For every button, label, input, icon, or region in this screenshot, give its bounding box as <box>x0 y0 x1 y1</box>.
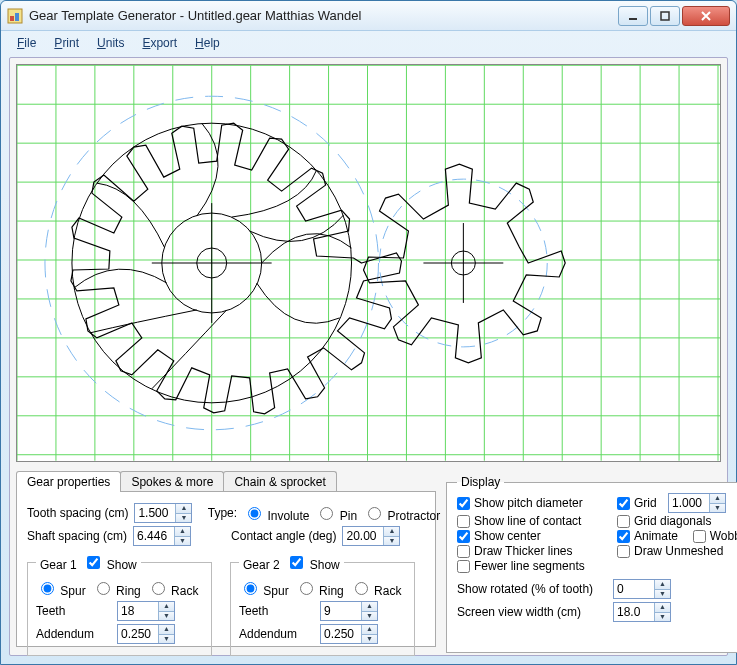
cb-unmeshed[interactable]: Draw Unmeshed <box>617 544 737 558</box>
screen-width-label: Screen view width (cm) <box>457 605 607 619</box>
gear2-teeth-label: Teeth <box>239 604 314 618</box>
gear1-rack[interactable]: Rack <box>147 579 199 598</box>
bottom-panel: Gear properties Spokes & more Chain & sp… <box>16 471 721 649</box>
gear2-ring[interactable]: Ring <box>295 579 344 598</box>
gear1-ring[interactable]: Ring <box>92 579 141 598</box>
menubar: File Print Units Export Help <box>1 31 736 55</box>
tab-chain[interactable]: Chain & sprocket <box>223 471 336 492</box>
shaft-spacing-input[interactable]: ▲▼ <box>133 526 191 546</box>
grid-input[interactable]: ▲▼ <box>668 493 726 513</box>
app-icon <box>7 8 23 24</box>
window-title: Gear Template Generator - Untitled.gear … <box>29 8 618 23</box>
cb-thicker[interactable]: Draw Thicker lines <box>457 544 607 558</box>
menu-export[interactable]: Export <box>142 36 177 50</box>
type-involute[interactable]: Involute <box>243 504 309 523</box>
cb-diag[interactable]: Grid diagonals <box>617 514 737 528</box>
gear1-addendum-input[interactable]: ▲▼ <box>117 624 175 644</box>
gear2-addendum-input[interactable]: ▲▼ <box>320 624 378 644</box>
cb-grid[interactable]: Grid <box>617 496 657 510</box>
cb-center[interactable]: Show center <box>457 529 607 543</box>
tab-body: Tooth spacing (cm) ▲▼ Type: Involute Pin… <box>16 491 436 647</box>
type-pin[interactable]: Pin <box>315 504 357 523</box>
type-protractor[interactable]: Protractor <box>363 504 440 523</box>
client-area: Gear properties Spokes & more Chain & sp… <box>9 57 728 656</box>
gear1-spur[interactable]: Spur <box>36 579 86 598</box>
svg-rect-1 <box>10 16 14 21</box>
screen-width-input[interactable]: ▲▼ <box>613 602 671 622</box>
tab-spokes[interactable]: Spokes & more <box>120 471 224 492</box>
contact-angle-label: Contact angle (deg) <box>231 529 336 543</box>
svg-rect-2 <box>15 13 19 21</box>
app-window: Gear Template Generator - Untitled.gear … <box>0 0 737 665</box>
type-label: Type: <box>208 506 237 520</box>
gear2-group: Gear 2 Show Spur Ring Rack Teeth▲▼ Adden… <box>230 553 415 656</box>
menu-file[interactable]: File <box>17 36 36 50</box>
display-title: Display <box>457 475 504 489</box>
gear2-rack[interactable]: Rack <box>350 579 402 598</box>
tooth-spacing-input[interactable]: ▲▼ <box>134 503 192 523</box>
gear1-group: Gear 1 Show Spur Ring Rack Teeth▲▼ Adden… <box>27 553 212 656</box>
menu-print[interactable]: Print <box>54 36 79 50</box>
cb-contact[interactable]: Show line of contact <box>457 514 607 528</box>
cb-fewer[interactable]: Fewer line segments <box>457 559 607 573</box>
gear2-show[interactable]: Show <box>286 558 339 572</box>
minimize-button[interactable] <box>618 6 648 26</box>
maximize-button[interactable] <box>650 6 680 26</box>
tab-gear-properties[interactable]: Gear properties <box>16 471 121 492</box>
gear1-show[interactable]: Show <box>83 558 136 572</box>
cb-pitch[interactable]: Show pitch diameter <box>457 493 607 513</box>
svg-rect-4 <box>661 12 669 20</box>
cb-wobbly[interactable]: Wobbly <box>693 529 737 543</box>
contact-angle-input[interactable]: ▲▼ <box>342 526 400 546</box>
tooth-spacing-label: Tooth spacing (cm) <box>27 506 128 520</box>
menu-help[interactable]: Help <box>195 36 220 50</box>
menu-units[interactable]: Units <box>97 36 124 50</box>
gear2-spur[interactable]: Spur <box>239 579 289 598</box>
titlebar[interactable]: Gear Template Generator - Untitled.gear … <box>1 1 736 31</box>
rotated-input[interactable]: ▲▼ <box>613 579 671 599</box>
gear2-teeth-input[interactable]: ▲▼ <box>320 601 378 621</box>
grid <box>17 65 720 460</box>
gear1-teeth-label: Teeth <box>36 604 111 618</box>
shaft-spacing-label: Shaft spacing (cm) <box>27 529 127 543</box>
display-group: Display Show pitch diameter Grid ▲▼ (cm)… <box>446 475 737 653</box>
gear-canvas[interactable] <box>16 64 721 462</box>
gear1-addendum-label: Addendum <box>36 627 111 641</box>
close-button[interactable] <box>682 6 730 26</box>
cb-animate[interactable]: Animate <box>617 529 678 543</box>
gear1-teeth-input[interactable]: ▲▼ <box>117 601 175 621</box>
rotated-label: Show rotated (% of tooth) <box>457 582 607 596</box>
gear2-addendum-label: Addendum <box>239 627 314 641</box>
